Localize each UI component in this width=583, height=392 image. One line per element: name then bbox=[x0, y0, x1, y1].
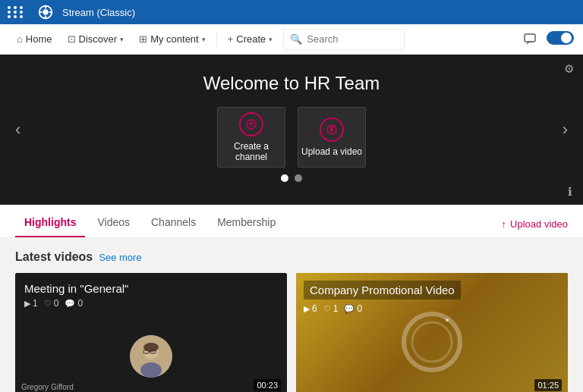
info-icon[interactable]: ℹ bbox=[568, 185, 572, 199]
video-stats-2: ▶ 6 ♡ 1 💬 0 bbox=[304, 303, 362, 314]
hero-actions: Create a channel Upload a video bbox=[217, 107, 366, 168]
tab-membership[interactable]: Membership bbox=[208, 216, 285, 237]
svg-point-1 bbox=[43, 9, 48, 14]
video-card-1[interactable]: Meeting in "General" ▶ 1 ♡ 0 💬 0 bbox=[15, 273, 287, 392]
nav-home[interactable]: ⌂ Home bbox=[9, 24, 60, 55]
app-title: Stream (Classic) bbox=[62, 7, 135, 18]
comments-icon-1: 💬 bbox=[65, 299, 75, 309]
upload-icon: ↑ bbox=[502, 218, 507, 230]
my-content-chevron-icon: ▾ bbox=[202, 36, 206, 43]
nav-home-label: Home bbox=[26, 33, 52, 45]
nav-discover-label: Discover bbox=[79, 33, 118, 45]
comments-icon-2: 💬 bbox=[344, 304, 355, 314]
views-icon-1: ▶ bbox=[24, 299, 30, 309]
content-area: Latest videos See more Meeting in "Gener… bbox=[0, 238, 583, 392]
nav-discover[interactable]: ⊡ Discover ▾ bbox=[60, 24, 132, 55]
comments-stat-1: 💬 0 bbox=[65, 298, 83, 309]
see-more-link[interactable]: See more bbox=[99, 252, 141, 263]
svg-point-18 bbox=[140, 362, 162, 378]
home-icon: ⌂ bbox=[17, 33, 23, 45]
svg-rect-6 bbox=[525, 34, 535, 42]
discover-chevron-icon: ▾ bbox=[120, 36, 124, 43]
person-name-label-1: Gregory Gifford bbox=[21, 383, 74, 391]
views-stat-2: ▶ 6 bbox=[304, 303, 317, 314]
video-duration-1: 00:23 bbox=[254, 379, 281, 391]
upload-video-label: Upload a video bbox=[301, 146, 362, 157]
create-channel-label: Create a channel bbox=[218, 141, 285, 162]
person-avatar-1 bbox=[130, 335, 172, 378]
create-chevron-icon: ▾ bbox=[269, 36, 273, 43]
create-channel-icon bbox=[239, 112, 263, 136]
upload-video-icon bbox=[320, 118, 344, 142]
title-bar: Stream (Classic) bbox=[0, 0, 583, 24]
my-content-icon: ⊞ bbox=[139, 33, 147, 45]
toggle-switch[interactable] bbox=[547, 31, 574, 48]
nav-right-controls bbox=[519, 29, 574, 50]
search-input[interactable] bbox=[307, 33, 398, 45]
video-card-2[interactable]: Company Promotional Video ▶ 6 ♡ 1 💬 0 01… bbox=[296, 273, 568, 392]
tabs-bar: Highlights Videos Channels Membership ↑ … bbox=[0, 205, 583, 238]
hero-dot-1[interactable] bbox=[281, 174, 288, 182]
hero-pagination bbox=[281, 174, 302, 182]
likes-stat-1: ♡ 0 bbox=[44, 298, 59, 309]
light-spot bbox=[446, 318, 449, 321]
nav-my-content[interactable]: ⊞ My content ▾ bbox=[131, 24, 213, 55]
views-stat-1: ▶ 1 bbox=[24, 298, 38, 309]
app-grid-icon[interactable] bbox=[8, 6, 24, 18]
hero-next-button[interactable]: › bbox=[556, 114, 574, 146]
likes-icon-1: ♡ bbox=[44, 299, 52, 309]
nav-create[interactable]: + Create ▾ bbox=[220, 24, 281, 55]
settings-icon[interactable]: ⚙ bbox=[564, 62, 574, 76]
stream-logo bbox=[35, 2, 56, 23]
hero-banner: ⚙ Welcome to HR Team Create a channel bbox=[0, 55, 583, 205]
section-title: Latest videos bbox=[15, 250, 93, 264]
search-icon: 🔍 bbox=[290, 33, 302, 45]
video-stats-1: ▶ 1 ♡ 0 💬 0 bbox=[15, 298, 287, 309]
nav-create-label: Create bbox=[236, 33, 266, 45]
tab-videos[interactable]: Videos bbox=[88, 216, 139, 237]
tab-highlights[interactable]: Highlights bbox=[15, 216, 85, 237]
gold-ring-inner bbox=[411, 321, 453, 363]
nav-my-content-label: My content bbox=[150, 33, 199, 45]
chat-icon[interactable] bbox=[519, 29, 540, 50]
nav-bar: ⌂ Home ⊡ Discover ▾ ⊞ My content ▾ + Cre… bbox=[0, 24, 583, 55]
video-duration-2: 01:25 bbox=[534, 379, 562, 391]
plus-icon: + bbox=[228, 33, 234, 45]
hero-title: Welcome to HR Team bbox=[203, 73, 380, 94]
create-channel-button[interactable]: Create a channel bbox=[217, 107, 285, 168]
tab-channels[interactable]: Channels bbox=[142, 216, 205, 237]
videos-grid: Meeting in "General" ▶ 1 ♡ 0 💬 0 bbox=[15, 273, 568, 392]
views-icon-2: ▶ bbox=[304, 304, 310, 314]
upload-video-button[interactable]: Upload a video bbox=[298, 107, 366, 168]
search-box[interactable]: 🔍 bbox=[283, 29, 405, 50]
likes-stat-2: ♡ 1 bbox=[323, 303, 339, 314]
likes-icon-2: ♡ bbox=[323, 304, 331, 314]
upload-video-tab-button[interactable]: ↑ Upload video bbox=[502, 218, 568, 237]
hero-dot-2[interactable] bbox=[295, 174, 302, 182]
nav-divider bbox=[216, 32, 217, 47]
discover-icon: ⊡ bbox=[68, 33, 76, 45]
section-header: Latest videos See more bbox=[15, 250, 568, 264]
video-title-1: Meeting in "General" bbox=[15, 273, 287, 298]
comments-stat-2: 💬 0 bbox=[344, 303, 362, 314]
video-title-2: Company Promotional Video bbox=[304, 281, 461, 299]
hero-prev-button[interactable]: ‹ bbox=[9, 114, 27, 146]
